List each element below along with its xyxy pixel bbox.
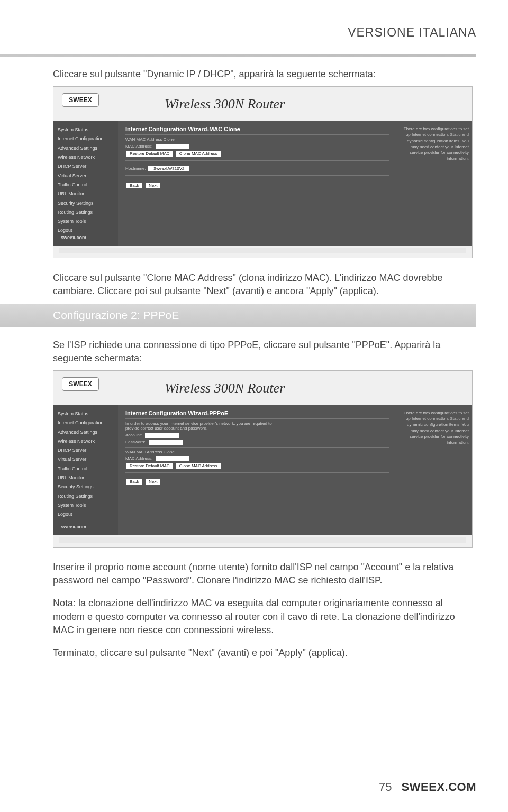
sidebar-item[interactable]: Internet Configuration — [58, 419, 114, 427]
sidebar-item[interactable]: System Tools — [58, 501, 114, 509]
footer-brand: SWEEX.COM — [402, 780, 476, 794]
restore-default-mac-button[interactable]: Restore Default MAC — [126, 151, 173, 157]
password-input[interactable] — [149, 440, 183, 445]
sidebar-item[interactable]: URL Monitor — [58, 474, 114, 482]
intro-paragraph-1: Cliccare sul pulsante "Dynamic IP / DHCP… — [53, 68, 476, 81]
wan-clone-label: WAN MAC Address Clone — [125, 137, 389, 142]
sidebar-item[interactable]: Advanced Settings — [58, 428, 114, 436]
paragraph-after-sc2-a: Inserire il proprio nome account (nome u… — [53, 561, 476, 587]
scrollbar-horizontal[interactable] — [59, 537, 466, 543]
router-help-panel: There are two configurations to set up I… — [398, 405, 472, 535]
sidebar-item[interactable]: Advanced Settings — [58, 144, 114, 152]
mac-address-label: MAC Address: — [125, 144, 152, 149]
page-footer: 75 SWEEX.COM — [0, 780, 508, 794]
router-sidebar: System Status Internet Configuration Adv… — [53, 405, 118, 535]
wan-clone-label: WAN MAC Address Clone — [125, 450, 389, 454]
scrollbar-horizontal[interactable] — [59, 248, 466, 253]
paragraph-after-sc2-b: Nota: la clonazione dell'indirizzo MAC v… — [53, 597, 476, 637]
sidebar-item[interactable]: Wireless Network — [58, 153, 114, 161]
divider-rule — [0, 54, 476, 57]
sidebar-footer: sweex.com — [58, 234, 118, 242]
sidebar-item[interactable]: Virtual Server — [58, 455, 114, 463]
sidebar-item[interactable]: System Status — [58, 410, 114, 418]
hostname-label: Hostname: — [125, 166, 146, 171]
paragraph-after-sc2-c: Terminato, cliccare sul pulsante "Next" … — [53, 646, 476, 660]
clone-mac-address-button[interactable]: Clone MAC Address — [176, 151, 221, 157]
paragraph-after-sc1: Cliccare sul pulsante "Clone MAC Address… — [53, 271, 476, 298]
mac-address-input[interactable] — [156, 144, 189, 149]
sidebar-footer: sweex.com — [58, 523, 118, 531]
sidebar-item[interactable]: Traffic Control — [58, 465, 114, 473]
sidebar-item[interactable]: Wireless Network — [58, 437, 114, 445]
pppoe-intro-text: In order to access your Internet service… — [125, 421, 284, 431]
router-title: Wireless 300N Router — [165, 380, 285, 396]
screenshot-mac-clone: SWEEX Wireless 300N Router System Status… — [53, 86, 473, 258]
hostname-value[interactable]: SweexLW310V2 — [148, 166, 190, 171]
sidebar-item[interactable]: Logout — [58, 510, 114, 518]
restore-default-mac-button[interactable]: Restore Default MAC — [126, 463, 173, 469]
account-input[interactable] — [145, 433, 179, 438]
router-help-panel: There are two configurations to set up I… — [398, 121, 472, 246]
sidebar-item[interactable]: System Tools — [58, 217, 114, 225]
back-button[interactable]: Back — [126, 183, 142, 188]
sidebar-item[interactable]: DHCP Server — [58, 162, 114, 170]
password-label: Password: — [125, 440, 145, 444]
router-title: Wireless 300N Router — [165, 96, 285, 112]
router-sidebar: System Status Internet Configuration Adv… — [53, 121, 118, 246]
back-button[interactable]: Back — [126, 479, 142, 485]
router-main-panel: Internet Configuration Wizard-MAC Clone … — [122, 121, 393, 246]
sidebar-item[interactable]: System Status — [58, 126, 114, 134]
page-number: 75 — [379, 780, 392, 794]
next-button[interactable]: Next — [146, 479, 160, 485]
router-main-panel: Internet Configuration Wizard-PPPoE In o… — [122, 405, 393, 535]
panel-title: Internet Configuration Wizard-MAC Clone — [125, 126, 389, 132]
clone-mac-address-button[interactable]: Clone MAC Address — [176, 463, 221, 469]
sidebar-item[interactable]: Routing Settings — [58, 492, 114, 500]
router-logo: SWEEX — [62, 93, 99, 107]
next-button[interactable]: Next — [146, 183, 160, 188]
sidebar-item[interactable]: Security Settings — [58, 483, 114, 491]
sidebar-item[interactable]: Routing Settings — [58, 208, 114, 216]
sidebar-item[interactable]: DHCP Server — [58, 446, 114, 454]
section-heading-band: Configurazione 2: PPPoE — [0, 304, 476, 327]
screenshot-pppoe: SWEEX Wireless 300N Router System Status… — [53, 370, 473, 548]
section-heading-label: Configurazione 2: PPPoE — [53, 309, 179, 321]
page-header: VERSIONE ITALIANA — [53, 25, 476, 40]
router-logo: SWEEX — [62, 377, 99, 391]
section2-intro: Se l'ISP richiede una connessione di tip… — [53, 339, 476, 365]
sidebar-item[interactable]: URL Monitor — [58, 190, 114, 198]
sidebar-item[interactable]: Virtual Server — [58, 172, 114, 180]
panel-title: Internet Configuration Wizard-PPPoE — [125, 410, 389, 416]
mac-address-label: MAC Address: — [125, 456, 152, 461]
sidebar-item[interactable]: Traffic Control — [58, 181, 114, 189]
account-label: Account: — [125, 433, 142, 437]
mac-address-input[interactable] — [156, 456, 189, 461]
sidebar-item[interactable]: Internet Configuration — [58, 135, 114, 143]
sidebar-item[interactable]: Security Settings — [58, 199, 114, 207]
